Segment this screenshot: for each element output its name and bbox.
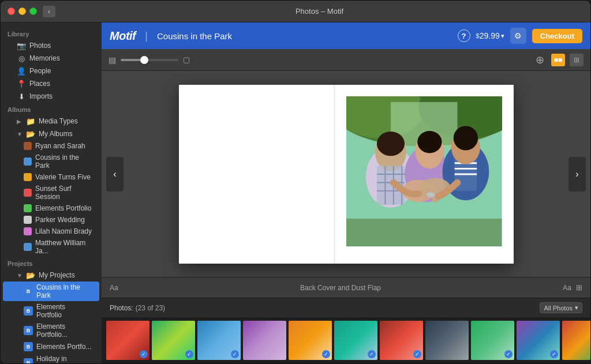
grid-icon[interactable]: ⊞ xyxy=(576,283,582,292)
sidebar-item-label: Imports xyxy=(29,92,53,100)
check-badge: ✓ xyxy=(413,350,421,358)
thumbnail[interactable]: ✓ xyxy=(197,321,241,360)
traffic-lights xyxy=(8,7,37,15)
project-badge: B xyxy=(24,358,33,363)
sidebar-item-my-projects[interactable]: ▼ 📂 My Projects xyxy=(3,269,99,282)
help-button[interactable]: ? xyxy=(458,29,470,42)
folder-open-icon: 📂 xyxy=(26,129,35,138)
sidebar-item-parker[interactable]: Parker Wedding xyxy=(3,214,99,226)
sidebar-item-label: Photos xyxy=(29,42,51,50)
thumbnail[interactable] xyxy=(243,321,286,360)
album-color-dot xyxy=(24,157,32,166)
sidebar-item-media-types[interactable]: ▶ 📁 Media Types xyxy=(3,115,99,127)
single-page-icon[interactable]: ▢ xyxy=(183,55,190,64)
sidebar-item-ryan-sarah[interactable]: Ryan and Sarah xyxy=(3,140,99,152)
maximize-button[interactable] xyxy=(29,7,37,15)
sidebar-item-people[interactable]: 👤 People xyxy=(3,65,99,77)
spread-icon[interactable]: ▤ xyxy=(109,55,116,65)
thumbnail[interactable]: ✓ xyxy=(380,321,423,360)
project-badge: B xyxy=(24,306,33,316)
app-window: ‹ Photos – Motif Library 📷 Photos ◎ Memo… xyxy=(0,0,591,364)
motif-header: Motif | Cousins in the Park ? $29.99▾ ⚙ … xyxy=(102,22,590,49)
sidebar-item-cousins-park[interactable]: Cousins in the Park xyxy=(3,152,99,171)
thumbnail[interactable] xyxy=(562,321,590,360)
check-badge: ✓ xyxy=(185,350,193,358)
thumbnail[interactable]: ✓ xyxy=(471,321,514,360)
add-button[interactable]: ⊕ xyxy=(533,53,547,67)
thumbnail[interactable]: ✓ xyxy=(152,321,195,360)
sidebar-item-label: My Projects xyxy=(39,271,75,279)
photos-strip-header: Photos: (23 of 23) All Photos ▾ xyxy=(102,298,590,317)
photos-strip: ✓ ✓ ✓ ✓ ✓ xyxy=(102,317,590,363)
sidebar-item-label: Elements Portfolio xyxy=(35,204,91,212)
price-chevron: ▾ xyxy=(501,32,504,40)
sidebar-item-memories[interactable]: ◎ Memories xyxy=(3,52,99,65)
right-panel: Motif | Cousins in the Park ? $29.99▾ ⚙ … xyxy=(102,22,590,363)
projects-section-label: Projects xyxy=(1,257,102,269)
thumbnail[interactable] xyxy=(425,321,469,360)
sidebar-item-label: Parker Wedding xyxy=(35,216,85,224)
sidebar-item-cousins-park-proj[interactable]: B Cousins in the Park xyxy=(3,282,99,301)
page-label: Back Cover and Dust Flap xyxy=(118,284,563,292)
book-left-page xyxy=(179,85,335,264)
prev-page-button[interactable]: ‹ xyxy=(106,157,124,192)
places-icon: 📍 xyxy=(17,79,26,88)
sidebar-item-photos[interactable]: 📷 Photos xyxy=(3,39,99,52)
next-page-button[interactable]: › xyxy=(568,157,586,192)
sidebar-item-label: My Albums xyxy=(39,130,73,138)
view-single-button[interactable]: ■■ xyxy=(551,54,565,66)
sidebar-item-label: Media Types xyxy=(39,117,78,125)
price-amount: 29.99 xyxy=(480,31,500,40)
album-color-dot xyxy=(24,227,32,235)
folder-projects-triangle-icon: ▼ xyxy=(17,272,23,279)
close-button[interactable] xyxy=(8,7,15,15)
album-color-dot xyxy=(24,204,32,212)
font-label-left: Aa xyxy=(110,284,118,292)
album-color-dot xyxy=(24,173,32,181)
svg-point-7 xyxy=(377,131,405,155)
window-title: Photos – Motif xyxy=(55,7,583,16)
check-badge: ✓ xyxy=(550,350,558,358)
thumbnail[interactable]: ✓ xyxy=(106,321,149,360)
checkout-button[interactable]: Checkout xyxy=(532,29,582,43)
sidebar-item-sunset-surf[interactable]: Sunset Surf Session xyxy=(3,183,99,202)
chevron-down-icon: ▾ xyxy=(575,304,578,312)
zoom-slider[interactable] xyxy=(121,59,178,61)
folder-open-triangle-icon: ▼ xyxy=(17,131,23,137)
svg-point-17 xyxy=(454,126,478,150)
font-label-right: Aa xyxy=(563,284,571,292)
title-bar: ‹ Photos – Motif xyxy=(1,1,590,22)
thumbnail[interactable]: ✓ xyxy=(517,321,560,360)
sidebar-item-matthew[interactable]: Matthew William Ja... xyxy=(3,237,99,257)
sidebar-item-lilah[interactable]: Lilah Naomi Brady xyxy=(3,226,99,237)
check-badge: ✓ xyxy=(504,350,513,358)
sidebar-item-elements-proj1[interactable]: B Elements Portfolio xyxy=(3,301,99,321)
sidebar-item-holiday[interactable]: B Holiday in Cambodia xyxy=(3,353,99,363)
view-grid-button[interactable]: ⊞ xyxy=(570,54,583,66)
thumbnail[interactable]: ✓ xyxy=(289,321,332,360)
check-badge: ✓ xyxy=(322,350,330,358)
sidebar-item-elements-proj3[interactable]: B Elements Portfo... xyxy=(3,340,99,353)
photos-count: (23 of 23) xyxy=(136,304,165,312)
back-button[interactable]: ‹ xyxy=(43,6,55,17)
sidebar-item-label: Elements Portfolio xyxy=(36,303,92,319)
album-color-dot xyxy=(24,142,32,150)
sidebar-item-elements[interactable]: Elements Portfolio xyxy=(3,202,99,214)
sidebar-item-my-albums[interactable]: ▼ 📂 My Albums xyxy=(3,127,99,140)
sidebar-item-valerie[interactable]: Valerie Turns Five xyxy=(3,171,99,183)
folder-projects-icon: 📂 xyxy=(26,271,35,280)
thumbnail[interactable]: ✓ xyxy=(334,321,377,360)
book-area: ‹ xyxy=(102,71,590,277)
check-badge: ✓ xyxy=(368,350,376,358)
book-spread xyxy=(179,85,514,264)
sidebar-item-imports[interactable]: ⬇ Imports xyxy=(3,90,99,103)
sidebar-item-elements-proj2[interactable]: B Elements Portfolio... xyxy=(3,321,99,340)
photos-filter-dropdown[interactable]: All Photos ▾ xyxy=(540,302,582,313)
gear-button[interactable]: ⚙ xyxy=(510,28,526,44)
project-badge: B xyxy=(24,326,33,335)
sidebar-item-places[interactable]: 📍 Places xyxy=(3,77,99,90)
sidebar-item-label: Lilah Naomi Brady xyxy=(35,227,92,235)
people-icon: 👤 xyxy=(17,66,26,76)
minimize-button[interactable] xyxy=(18,7,26,15)
book-bottom-bar: Aa Back Cover and Dust Flap Aa ⊞ xyxy=(102,277,590,298)
